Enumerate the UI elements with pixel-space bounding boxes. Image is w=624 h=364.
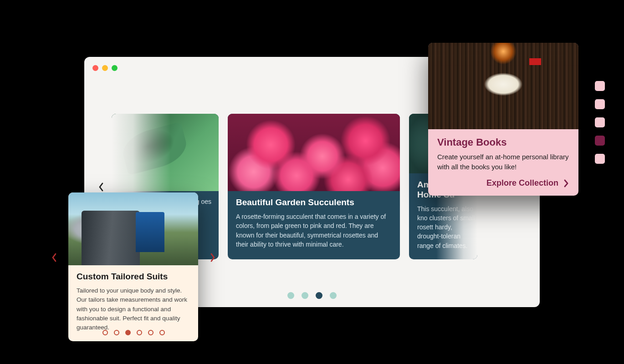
card-description: Create yourself an at-home personal libr… <box>437 152 569 172</box>
pagination-dot[interactable] <box>137 330 142 335</box>
pagination-dot-active[interactable] <box>125 330 131 335</box>
chevron-right-icon <box>563 178 569 188</box>
minimize-icon[interactable] <box>102 65 108 71</box>
close-icon[interactable] <box>92 65 98 71</box>
cta-label: Explore Collection <box>486 178 558 188</box>
card-image-books <box>428 43 578 129</box>
pagination-dot-active[interactable] <box>316 292 322 299</box>
card-image-suits <box>68 192 198 265</box>
pagination-dot[interactable] <box>287 292 294 299</box>
window-traffic-lights <box>92 65 118 71</box>
pagination-dot[interactable] <box>330 292 337 299</box>
carousel-pagination-dots <box>287 292 337 299</box>
card-description: This succulent, also kno clusters of sma… <box>417 204 476 250</box>
suits-carousel-prev-button[interactable] <box>51 253 57 265</box>
pagination-dot[interactable] <box>302 292 308 299</box>
pagination-dot[interactable] <box>102 330 108 335</box>
card-description: A rosette-forming succulent that comes i… <box>236 212 392 249</box>
card-image-leaf <box>112 114 219 191</box>
card-title: Vintage Books <box>437 136 569 148</box>
pagination-dot[interactable] <box>148 330 153 335</box>
books-card[interactable]: Vintage Books Create yourself an at-home… <box>428 43 578 196</box>
pagination-square[interactable] <box>595 154 605 164</box>
suits-pagination-dots <box>102 330 165 335</box>
side-pagination-squares <box>595 81 605 164</box>
pagination-square-active[interactable] <box>595 136 605 146</box>
carousel-card-succulents[interactable]: Beautiful Garden Succulents A rosette-fo… <box>228 114 400 259</box>
card-image-flowers <box>228 114 400 191</box>
suits-card[interactable]: Custom Tailored Suits Tailored to your u… <box>68 192 198 341</box>
pagination-square[interactable] <box>595 99 605 109</box>
pagination-square[interactable] <box>595 117 605 127</box>
suits-carousel-next-button[interactable] <box>210 253 216 265</box>
pagination-square[interactable] <box>595 81 605 91</box>
card-description: Tailored to your unique body and style. … <box>77 286 190 332</box>
pagination-dot[interactable] <box>159 330 165 335</box>
pagination-dot[interactable] <box>114 330 119 335</box>
explore-collection-button[interactable]: Explore Collection <box>437 178 569 188</box>
card-title: Custom Tailored Suits <box>77 272 190 282</box>
maximize-icon[interactable] <box>112 65 118 71</box>
card-title: Beautiful Garden Succulents <box>236 197 392 207</box>
